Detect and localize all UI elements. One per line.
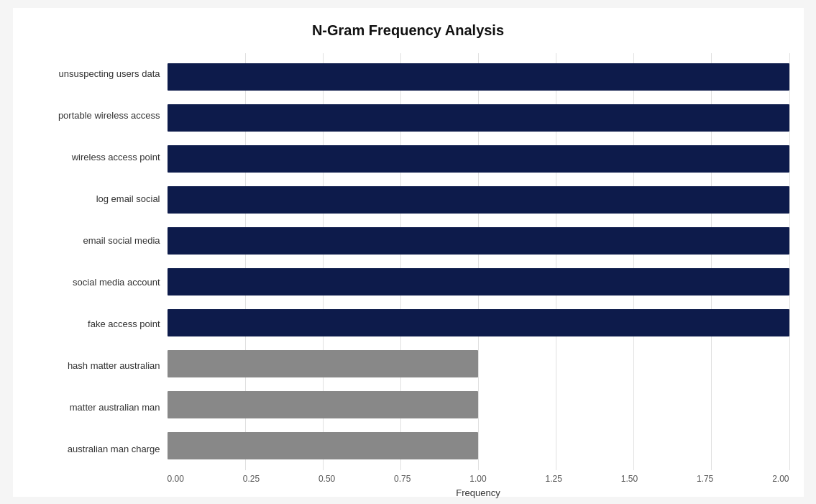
bar-row (168, 262, 789, 303)
bar-row (168, 426, 789, 467)
y-label: wireless access point (27, 152, 160, 163)
bar-row (168, 98, 789, 139)
bar (168, 268, 789, 295)
bar (168, 309, 789, 336)
y-label: portable wireless access (27, 110, 160, 122)
grid-bars-area (168, 53, 789, 470)
bar (168, 391, 479, 418)
x-tick-label: 1.00 (469, 474, 486, 484)
x-ticks: 0.000.250.500.751.001.251.501.752.00 (168, 470, 789, 484)
x-tick-label: 0.25 (243, 474, 260, 484)
bar-row (168, 221, 789, 262)
bar-row (168, 303, 789, 344)
y-label: fake access point (27, 319, 160, 330)
y-label: social media account (27, 277, 160, 288)
bar (168, 432, 479, 459)
plot-area (168, 53, 789, 470)
x-tick-label: 0.00 (168, 474, 184, 484)
x-tick-label: 2.00 (772, 474, 789, 484)
y-label: matter australian man (27, 402, 160, 413)
x-tick-label: 0.50 (318, 474, 335, 484)
chart-title: N-Gram Frequency Analysis (27, 22, 789, 39)
bar-row (168, 139, 789, 180)
bar (168, 104, 789, 132)
bar-row (168, 180, 789, 221)
bar-row (168, 385, 789, 426)
x-tick-label: 1.75 (697, 474, 713, 484)
bars-wrapper (168, 53, 789, 470)
y-label: australian man charge (27, 444, 160, 455)
bar-row (168, 57, 789, 98)
x-tick-label: 0.75 (394, 474, 411, 484)
chart-container: N-Gram Frequency Analysis unsuspecting u… (13, 8, 804, 497)
bar (168, 350, 479, 377)
bar (168, 145, 789, 173)
y-label: log email social (27, 193, 160, 205)
y-label: unsuspecting users data (27, 68, 160, 80)
bar (168, 227, 789, 255)
x-tick-label: 1.50 (621, 474, 638, 484)
chart-area: unsuspecting users dataportable wireless… (27, 53, 789, 470)
bar-row (168, 344, 789, 385)
y-labels: unsuspecting users dataportable wireless… (27, 53, 168, 470)
bar (168, 186, 789, 214)
bar (168, 63, 789, 91)
x-axis-title: Frequency (168, 487, 789, 498)
y-label: hash matter australian (27, 360, 160, 372)
y-label: email social media (27, 235, 160, 247)
grid-line (789, 53, 790, 470)
x-tick-label: 1.25 (546, 474, 562, 484)
